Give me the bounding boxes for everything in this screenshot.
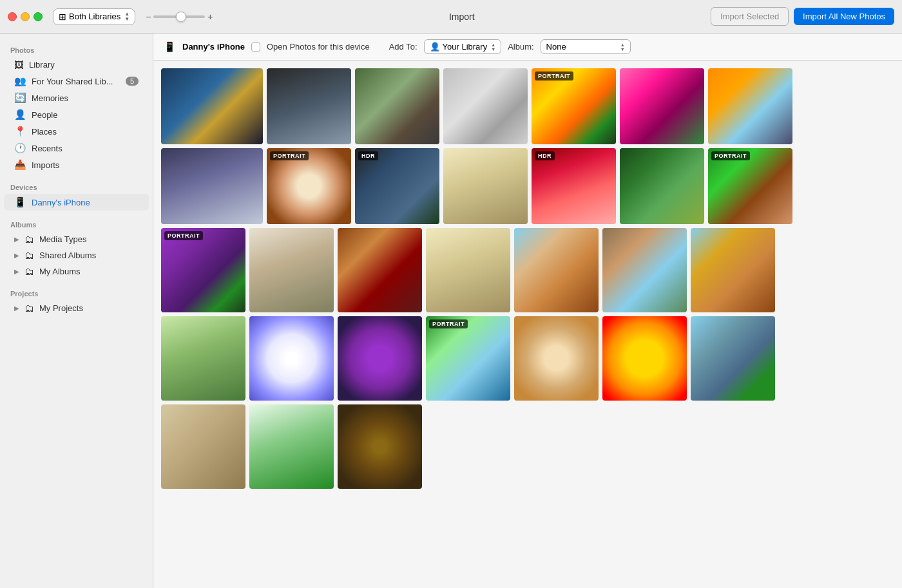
albums-section-title: Albums xyxy=(0,216,153,231)
zoom-out-icon[interactable]: − xyxy=(146,12,151,22)
library-icon: ⊞ xyxy=(59,12,66,22)
sidebar-item-label: Recents xyxy=(32,144,62,153)
photo-cell[interactable]: PORTRAIT xyxy=(161,228,245,312)
content-wrapper: 📱 Danny's iPhone Open Photos for this de… xyxy=(153,33,902,588)
import-all-button[interactable]: Import All New Photos xyxy=(794,8,894,25)
select-arrows: ▲▼ xyxy=(491,43,495,52)
album-select-value: None xyxy=(546,42,566,52)
zoom-slider-area: − + xyxy=(146,12,213,22)
media-types-icon: 🗂 xyxy=(24,234,34,245)
divider2 xyxy=(0,211,153,216)
sidebar-item-memories[interactable]: 🔄 Memories xyxy=(4,90,149,106)
device-icon: 📱 xyxy=(14,196,26,208)
sidebar-item-shared-albums[interactable]: ▶ 🗂 Shared Albums xyxy=(4,247,149,263)
divider3 xyxy=(0,280,153,285)
close-button[interactable] xyxy=(8,12,17,21)
main-area: Photos 🖼 Library 👥 For Your Shared Lib..… xyxy=(0,33,902,588)
photo-cell[interactable] xyxy=(249,404,334,489)
library-selector[interactable]: ⊞ Both Libraries ▲▼ xyxy=(53,8,135,25)
photo-badge: PORTRAIT xyxy=(164,231,203,240)
device-toolbar: 📱 Danny's iPhone Open Photos for this de… xyxy=(153,33,902,61)
sidebar-item-label: Places xyxy=(32,127,57,137)
sidebar-item-label: Shared Albums xyxy=(39,251,96,260)
photo-cell[interactable] xyxy=(161,148,263,224)
sidebar-item-my-projects[interactable]: ▶ 🗂 My Projects xyxy=(4,300,149,316)
photo-row-4: PORTRAIT xyxy=(161,316,894,401)
sidebar-item-people[interactable]: 👤 People xyxy=(4,106,149,123)
device-toolbar-icon: 📱 xyxy=(164,41,176,53)
sidebar-item-label: My Projects xyxy=(39,303,83,313)
imports-icon: 📥 xyxy=(14,159,26,171)
photo-cell[interactable]: PORTRAIT xyxy=(708,148,792,224)
photo-cell[interactable] xyxy=(443,148,528,224)
photo-cell[interactable]: HDR xyxy=(532,148,616,224)
memories-icon: 🔄 xyxy=(14,92,26,104)
photo-cell[interactable] xyxy=(338,404,422,489)
photo-cell[interactable] xyxy=(691,228,775,312)
album-select-arrows: ▲▼ xyxy=(620,43,625,52)
person-icon: 👤 xyxy=(430,42,440,52)
photo-cell[interactable] xyxy=(338,316,422,401)
photo-cell[interactable] xyxy=(620,148,704,224)
sidebar-item-label: For Your Shared Lib... xyxy=(32,77,113,86)
photo-cell[interactable]: PORTRAIT xyxy=(426,316,510,401)
photo-cell[interactable] xyxy=(161,316,245,401)
sidebar-item-recents[interactable]: 🕐 Recents xyxy=(4,140,149,156)
sidebar-item-label: People xyxy=(32,110,57,120)
sidebar-item-my-albums[interactable]: ▶ 🗂 My Albums xyxy=(4,263,149,280)
photo-cell[interactable] xyxy=(355,68,439,144)
photo-cell[interactable]: PORTRAIT xyxy=(532,68,616,144)
projects-icon: 🗂 xyxy=(24,303,34,314)
photo-cell[interactable] xyxy=(602,228,687,312)
zoom-slider-track[interactable] xyxy=(153,15,205,18)
photo-grid: PORTRAIT PORTRAIT HDR HDR xyxy=(153,61,902,588)
zoom-slider-thumb[interactable] xyxy=(176,12,186,22)
import-selected-button[interactable]: Import Selected xyxy=(711,7,789,26)
photo-cell[interactable] xyxy=(267,68,351,144)
open-photos-label: Open Photos for this device xyxy=(267,42,370,52)
photo-cell[interactable] xyxy=(691,316,775,401)
sidebar-item-places[interactable]: 📍 Places xyxy=(4,123,149,140)
devices-section-title: Devices xyxy=(0,178,153,194)
fullscreen-button[interactable] xyxy=(34,12,43,21)
sidebar-item-shared-lib[interactable]: 👥 For Your Shared Lib... 5 xyxy=(4,73,149,90)
photo-cell[interactable] xyxy=(514,228,599,312)
photo-cell[interactable] xyxy=(443,68,528,144)
sidebar-item-media-types[interactable]: ▶ 🗂 Media Types xyxy=(4,231,149,247)
photo-cell[interactable] xyxy=(620,68,704,144)
photo-cell[interactable] xyxy=(249,228,334,312)
photo-badge: HDR xyxy=(358,151,378,160)
photo-cell[interactable] xyxy=(161,68,263,144)
photo-cell[interactable] xyxy=(161,404,245,489)
sidebar-item-label: My Albums xyxy=(39,267,81,276)
photo-badge: PORTRAIT xyxy=(711,151,750,160)
sidebar-item-label: Memories xyxy=(32,93,68,103)
sidebar-item-imports[interactable]: 📥 Imports xyxy=(4,156,149,173)
sidebar-item-library[interactable]: 🖼 Library xyxy=(4,57,149,73)
zoom-in-icon[interactable]: + xyxy=(207,12,213,22)
photo-row-1: PORTRAIT xyxy=(161,68,894,144)
photo-cell[interactable] xyxy=(426,228,510,312)
album-select[interactable]: None ▲▼ xyxy=(541,39,631,54)
sidebar-item-label: Imports xyxy=(32,160,59,170)
photo-cell[interactable]: HDR xyxy=(355,148,439,224)
expander-icon: ▶ xyxy=(14,236,19,243)
photo-cell[interactable] xyxy=(249,316,334,401)
open-photos-checkbox[interactable] xyxy=(251,43,260,52)
shared-lib-icon: 👥 xyxy=(14,75,26,87)
sidebar-item-label: Danny's iPhone xyxy=(32,198,90,207)
traffic-lights xyxy=(8,12,43,21)
photo-cell[interactable] xyxy=(514,316,599,401)
photo-row-5 xyxy=(161,404,894,489)
photo-cell[interactable] xyxy=(602,316,687,401)
minimize-button[interactable] xyxy=(21,12,30,21)
album-label: Album: xyxy=(508,42,533,52)
photo-row-3: PORTRAIT xyxy=(161,228,894,312)
sidebar-item-device[interactable]: 📱 Danny's iPhone xyxy=(4,194,149,211)
photo-cell[interactable] xyxy=(708,68,792,144)
photo-badge: PORTRAIT xyxy=(270,151,309,160)
photo-cell[interactable]: PORTRAIT xyxy=(267,148,351,224)
library-select[interactable]: 👤 Your Library ▲▼ xyxy=(424,39,502,54)
projects-section-title: Projects xyxy=(0,285,153,300)
photo-cell[interactable] xyxy=(338,228,422,312)
